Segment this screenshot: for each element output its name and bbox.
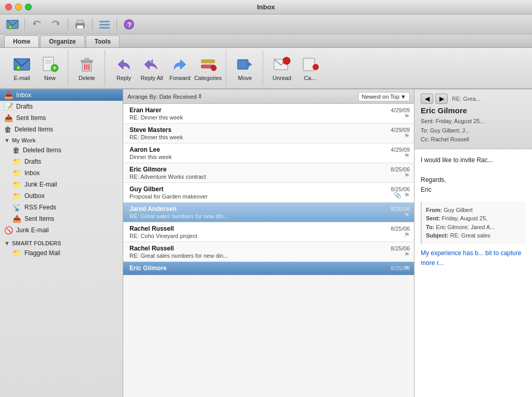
separator-2 (68, 18, 68, 31)
svg-rect-8 (99, 21, 110, 22)
categories-button[interactable]: Categories (194, 51, 222, 85)
table-row[interactable]: Eric Gilmore 8/25/06 RE: Adventure Works… (123, 163, 414, 183)
unread-button[interactable]: Unread (268, 51, 295, 85)
body-name: Eric (421, 185, 526, 195)
mw-drafts-label: Drafts (24, 158, 41, 165)
reading-title-short: RE: Grea... (452, 96, 481, 102)
mw-inbox-label: Inbox (24, 169, 40, 177)
maximize-button[interactable] (25, 4, 32, 10)
next-nav-button[interactable]: ▶ (435, 94, 448, 104)
email-subject: Dinner this week (129, 154, 410, 160)
table-row[interactable]: Steve Masters 4/29/09 RE: Dinner this we… (123, 124, 414, 143)
prev-nav-button[interactable]: ◀ (421, 94, 433, 104)
table-row[interactable]: Eran Harer 4/29/09 RE: Dinner this week … (123, 104, 414, 124)
separator-3 (92, 18, 93, 31)
forward-button[interactable]: Forward (166, 51, 193, 85)
tab-organize[interactable]: Organize (40, 35, 84, 47)
new-label: New (44, 75, 56, 81)
svg-marker-3 (34, 22, 36, 25)
sidebar-item-mw-outbox[interactable]: 📁 Outbox (0, 190, 123, 202)
flag-icon: ⚑ (404, 231, 410, 239)
sidebar-item-flagged[interactable]: 📁 Flagged Mail (0, 247, 123, 259)
forward-icon (171, 55, 189, 74)
cc-label: Cc: (421, 136, 430, 142)
svg-rect-23 (85, 58, 89, 61)
email-row-top: Eric Gilmore 8/25/06 (129, 264, 410, 272)
flag-icon: ⚑ (404, 264, 410, 272)
email-sender: Guy Gilbert (129, 186, 163, 193)
sidebar-item-drafts[interactable]: 📝 Drafts (0, 101, 123, 112)
email-rows: Eran Harer 4/29/09 RE: Dinner this week … (123, 104, 414, 397)
sort-selector[interactable]: Arrange By: Date Received ⇕ (127, 93, 356, 100)
sent-label: Sent: (421, 118, 434, 124)
deleted-label: Deleted Items (15, 126, 53, 133)
flag-icon: ⚑ (404, 152, 410, 160)
move-icon (236, 55, 254, 74)
redo-button[interactable] (47, 16, 64, 33)
mw-deleted-icon: 🗑 (12, 146, 20, 154)
body-intro: I would like to invite Rac... (421, 155, 526, 165)
inbox-icon: 📥 (4, 91, 13, 99)
table-row[interactable]: Rachel Russell 8/25/06 RE: Great sales n… (123, 242, 414, 262)
move-button[interactable]: Move (231, 51, 258, 85)
sent-value: Friday, August 25... (436, 118, 485, 124)
email-row-top: Rachel Russell 8/25/06 (129, 225, 410, 232)
title-bar: Inbox (0, 0, 532, 15)
delete-icon (77, 55, 96, 74)
reply-all-icon (142, 55, 161, 74)
sidebar-item-mw-inbox[interactable]: 📁 Inbox (0, 167, 123, 179)
mw-sent-label: Sent Items (24, 215, 54, 222)
sidebar-item-deleted[interactable]: 🗑 Deleted Items (0, 124, 123, 135)
reply-button[interactable]: Reply (110, 51, 137, 85)
qto-label: To: (426, 224, 434, 230)
reply-all-button[interactable]: Reply All (138, 51, 165, 85)
sent-icon: 📤 (4, 114, 13, 122)
toolbar: + ? (0, 15, 532, 34)
junk-icon: 🚫 (4, 226, 13, 234)
print-button[interactable] (72, 16, 88, 33)
table-row[interactable]: Guy Gilbert 8/25/06 Proposal for Garden … (123, 183, 414, 203)
delete-button[interactable]: Delete (73, 51, 100, 85)
email-button[interactable]: + E-mail (8, 51, 35, 85)
table-row[interactable]: Rachel Russell 8/25/06 RE: Coho Vineyard… (123, 222, 414, 242)
tab-tools[interactable]: Tools (86, 35, 120, 47)
qfrom-label: From: (426, 207, 442, 213)
qsubject-label: Subject: (426, 232, 448, 239)
flagged-icon: 📁 (12, 249, 21, 257)
flag-icon: ⚑ (404, 133, 410, 140)
sent-label: Sent Items (16, 114, 46, 122)
sidebar-item-junk[interactable]: 🚫 Junk E-mail (0, 224, 123, 236)
close-button[interactable] (5, 4, 12, 10)
newest-selector[interactable]: Newest on Top ▼ (358, 92, 410, 101)
help-button[interactable]: ? (121, 16, 137, 33)
minimize-button[interactable] (15, 4, 22, 10)
sidebar-item-mw-drafts[interactable]: 📁 Drafts (0, 156, 123, 167)
sidebar-section-smartfolders: ▼ SMART FOLDERS (0, 238, 123, 247)
tab-home[interactable]: Home (4, 35, 39, 47)
ca-label: Ca... (304, 75, 316, 81)
undo-button[interactable] (29, 16, 45, 33)
email-subject: RE: Coho Vineyard project (129, 233, 410, 239)
view-button[interactable] (96, 16, 113, 33)
sidebar-item-mw-rss[interactable]: 📡 RSS Feeds (0, 202, 123, 213)
ca-button[interactable]: Ca... (296, 51, 323, 85)
sidebar-item-mw-sent[interactable]: 📤 Sent Items (0, 213, 123, 224)
sidebar-item-inbox-top[interactable]: 📥 Inbox (0, 89, 123, 101)
smartfolders-arrow: ▼ (4, 240, 10, 246)
table-row[interactable]: Eric Gilmore 8/25/06 ⚑ (123, 262, 414, 275)
sidebar-item-mw-deleted[interactable]: 🗑 Deleted Items (0, 144, 123, 156)
reply-label: Reply (116, 75, 131, 81)
mail-toolbar-icon[interactable]: + (4, 16, 21, 33)
mw-rss-icon: 📡 (12, 203, 21, 211)
email-row-top: Jared Andersen 8/25/06 (129, 205, 410, 213)
email-row-top: Eric Gilmore 8/25/06 (129, 166, 410, 173)
sidebar-item-sent[interactable]: 📤 Sent Items (0, 112, 123, 124)
flag-icon: ⚑ (404, 172, 410, 179)
new-button[interactable]: + New (36, 51, 63, 85)
table-row[interactable]: Jared Andersen 8/25/06 RE: Great sales n… (123, 203, 414, 222)
reading-meta: Sent: Friday, August 25... To: Guy Gilbe… (421, 117, 526, 144)
table-row[interactable]: Aaron Lee 4/29/09 Dinner this week ⚑ (123, 143, 414, 163)
svg-rect-9 (99, 24, 110, 25)
email-sender: Aaron Lee (129, 146, 160, 153)
sidebar-item-mw-junk[interactable]: 📁 Junk E-mail (0, 179, 123, 190)
